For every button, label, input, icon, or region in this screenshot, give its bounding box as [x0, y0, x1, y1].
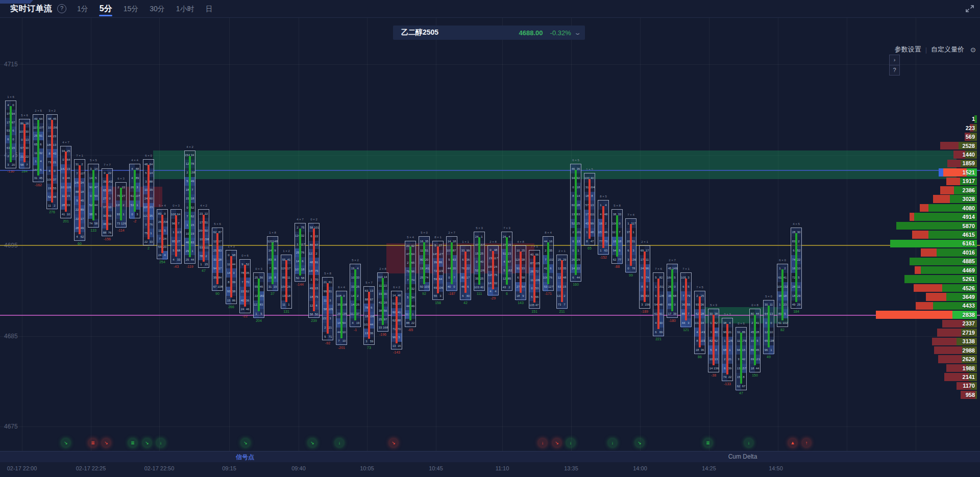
signal-buy-icon[interactable]: ↓	[608, 439, 617, 447]
footprint-candle[interactable]: 3038162340825258101314136	[708, 309, 719, 372]
tab-interval-30分[interactable]: 30分	[144, 0, 170, 17]
tab-interval-15分[interactable]: 15分	[118, 0, 144, 17]
footprint-candle[interactable]: 4636349201881460281363522521016130126291…	[570, 164, 581, 282]
signal-buy-icon[interactable]: ↘	[241, 439, 250, 447]
tab-interval-日[interactable]: 日	[200, 0, 218, 17]
footprint-candle[interactable]: 86161033001367302122587	[19, 119, 30, 169]
signal-sell-icon[interactable]: ↘	[553, 439, 561, 447]
signal-buy-icon[interactable]: ↓	[335, 439, 344, 447]
footprint-candle[interactable]: 3011641300121065138961	[763, 300, 774, 355]
tab-interval-1分[interactable]: 1分	[71, 0, 94, 17]
footprint-candle[interactable]: 527145127398672119596469106553	[432, 241, 444, 299]
footprint-candle[interactable]: 283083265274221610725281118294929	[791, 228, 802, 309]
footprint-candle[interactable]: 3127107140348818945228922172849462	[74, 159, 85, 241]
footprint-candle[interactable]: 14448162157467773163	[598, 200, 609, 255]
footprint-candle[interactable]: 0223914265262703710306936348876	[102, 168, 113, 236]
footprint-candle[interactable]: 10251283891336582754189	[515, 245, 526, 300]
footprint-candle[interactable]: 24147157152504052126352510340	[474, 232, 485, 290]
help-icon[interactable]: ?	[57, 4, 66, 13]
signal-sell-icon[interactable]: ↘	[389, 439, 398, 447]
param-settings-button[interactable]: 参数设置	[891, 45, 925, 54]
delta-bar-down	[65, 152, 67, 211]
footprint-candle[interactable]: 48645143881039246010923122350767512233	[143, 159, 154, 245]
tab-interval-1小时[interactable]: 1小时	[170, 0, 200, 17]
custom-volume-price-button[interactable]: 自定义量价	[927, 45, 968, 54]
help-panel-button[interactable]: ?	[889, 65, 900, 76]
footprint-candle[interactable]: 16351151902019141257450103	[419, 236, 430, 291]
signal-buy-icon[interactable]: ↓	[157, 439, 165, 447]
signal-buy-icon[interactable]: ↘	[62, 439, 70, 447]
footprint-candle[interactable]: 6917171124969748936633156	[639, 245, 650, 309]
signal-sell-icon[interactable]: ↑	[802, 439, 811, 447]
fullscreen-toggle-icon[interactable]	[965, 4, 975, 14]
signal-panel-label[interactable]: 信号点	[236, 453, 254, 462]
collapse-panel-button[interactable]: ›	[889, 55, 900, 65]
footprint-candle[interactable]: 38331000113716189456277	[611, 209, 623, 264]
footprint-candle[interactable]: 1080351082913514544410710	[336, 291, 347, 345]
footprint-candle[interactable]: 441623571024161007653127	[543, 236, 554, 291]
footprint-candle[interactable]: 4964115107259165611321416553145	[33, 114, 44, 182]
footprint-candle[interactable]: 19410333325142142511237419	[350, 264, 361, 327]
footprint-candle[interactable]: 384962111256812216397422	[722, 318, 733, 381]
delta-bar-up	[299, 229, 301, 275]
cum-delta-panel-label[interactable]: Cum Delta	[728, 453, 757, 460]
orderflow-chart-canvas[interactable]: 4715470546954685467540379417675366063152…	[0, 0, 980, 477]
footprint-candle[interactable]: 339963676228017466640	[460, 245, 471, 300]
signal-buy-icon[interactable]: ↓	[567, 439, 575, 447]
signal-sell-icon[interactable]: ▲	[789, 439, 797, 447]
tab-interval-5分[interactable]: 5分	[94, 0, 118, 17]
signal-buy-icon[interactable]: ↓	[745, 439, 753, 447]
footprint-candle[interactable]: 830261541157245420244	[157, 209, 168, 259]
footprint-candle[interactable]: 2442729512346751821285432	[501, 232, 512, 290]
contract-selector[interactable]: 乙二醇2505 4688.00 -0.32% ⌄	[393, 26, 585, 40]
footprint-candle[interactable]: 098114414383993381586	[226, 250, 237, 305]
footprint-candle[interactable]: 403794176753660631522320	[5, 101, 16, 168]
footprint-candle[interactable]: 0482311715524126751413244	[487, 245, 499, 295]
footprint-candle[interactable]: 23221751164501015853111782115	[198, 209, 209, 268]
footprint-candle[interactable]: 25291235124853151222737	[556, 255, 568, 309]
signal-buy-icon[interactable]: ≣	[129, 439, 137, 447]
footprint-candle[interactable]: 21619931113581051533221571	[322, 277, 333, 340]
footprint-candle[interactable]: 342506414219046101116111528334110	[60, 146, 71, 218]
footprint-candle[interactable]: 5810162286471212489114975170491518751245…	[308, 223, 320, 318]
footprint-candle[interactable]: 1053657793655867443	[680, 272, 692, 327]
footprint-candle[interactable]: 25565545221801218315	[253, 272, 264, 318]
footprint-candle[interactable]: 1543412782138549187151805276211510194663…	[184, 150, 195, 264]
footprint-candle[interactable]: 4884892636110753103	[129, 164, 140, 218]
visibility-icon[interactable]: ⊙	[970, 46, 976, 54]
footprint-candle[interactable]: 144891196041628871709651316	[391, 291, 402, 349]
footprint-candle[interactable]: 9527835770226240362446	[239, 259, 251, 314]
footprint-candle[interactable]: 3286111799415342131571586267	[736, 327, 747, 390]
signal-buy-icon[interactable]: ≣	[704, 439, 712, 447]
footprint-candle[interactable]: 804424145281058645691211844	[749, 309, 761, 372]
signal-buy-icon[interactable]: ↘	[308, 439, 316, 447]
footprint-candle[interactable]: 2227527139293173126	[115, 182, 127, 228]
footprint-candle[interactable]: 10040311641885713171114399148847	[584, 173, 595, 245]
footprint-candle[interactable]: 1201481498387361983119	[267, 236, 278, 291]
signal-buy-icon[interactable]: ↘	[635, 439, 644, 447]
signal-sell-icon[interactable]: ↓	[538, 439, 547, 447]
footprint-candle[interactable]: 126141106132381812389561102	[777, 264, 788, 327]
signal-sell-icon[interactable]: ↘	[102, 439, 110, 447]
footprint-candle[interactable]: 314145904705452443867458	[88, 164, 99, 227]
footprint-candle[interactable]: 6313886778618108102441336359	[363, 286, 375, 345]
signal-buy-icon[interactable]: ↘	[143, 439, 151, 447]
footprint-candle[interactable]: 62871217256330289417358467108	[212, 228, 223, 291]
footprint-candle[interactable]: 209247642657996774732534444911318822	[405, 241, 416, 327]
footprint-candle[interactable]: 5821151612854486191430669	[653, 272, 664, 336]
footprint-candle[interactable]: 11173712031633136078	[625, 218, 636, 273]
footprint-candle[interactable]: 141810387563442007400	[446, 236, 457, 291]
footprint-candle[interactable]: 5541120178611156261318111	[281, 255, 292, 309]
footprint-candle[interactable]: 110141122333041163856259733168	[377, 272, 388, 331]
delta-bar-down	[644, 252, 646, 302]
volume-profile-row: 2386	[940, 186, 977, 194]
footprint-candle[interactable]: 2751243211172576146107185058	[295, 223, 306, 282]
footprint-candle[interactable]: 1006496711139527568433	[170, 209, 182, 264]
chevron-down-icon[interactable]: ⌄	[574, 30, 581, 36]
footprint-candle[interactable]: 4845101564423186138437321401003719555248…	[46, 114, 58, 209]
sell-volume-bar	[934, 346, 962, 355]
signal-sell-icon[interactable]: ≣	[89, 439, 97, 447]
footprint-candle[interactable]: 40668710526721110605356613547	[529, 250, 540, 309]
footprint-candle[interactable]: 2259336622810234414381031836	[694, 291, 705, 354]
footprint-candle[interactable]: 45149160526035686901739	[667, 264, 678, 318]
